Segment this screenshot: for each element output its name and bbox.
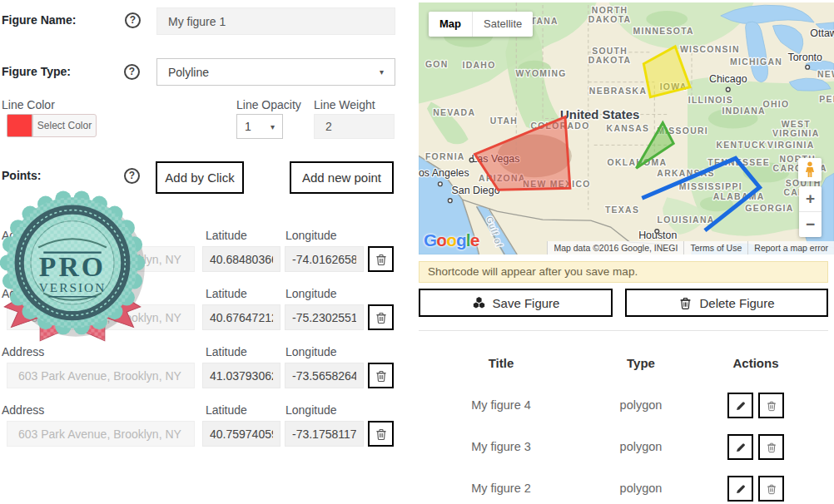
terms-of-use-link[interactable]: Terms of Use [683,241,747,254]
map-label: DAKOTA [588,56,632,65]
add-by-click-button[interactable]: Add by Click [156,161,244,194]
map-label: VIRGINIA [772,129,820,138]
delete-point-button[interactable] [368,304,394,330]
table-header-title: Title [443,356,559,370]
delete-figure-label: Delete Figure [699,296,774,310]
map-label: PEN [819,95,834,104]
line-weight-input[interactable] [314,114,395,139]
address-input[interactable] [7,304,195,330]
figure-title: My figure 2 [443,476,559,502]
line-color-swatch[interactable] [7,114,32,137]
map-label: OHIO [763,100,790,109]
line-opacity-label: Line Opacity [236,98,301,111]
map-label: SOUTH [592,47,628,56]
trash-icon [766,442,777,453]
figure-name-label: Figure Name: [2,13,76,27]
map-label: MINNESOTA [633,27,694,36]
map-type-satellite-button[interactable]: Satellite [472,12,533,37]
map-label: WEST [782,120,811,129]
trash-icon [375,427,388,441]
figure-actions [697,393,814,418]
map-label: WISCONSIN [680,45,740,54]
figure-type-help-icon[interactable]: ? [124,64,140,80]
add-new-point-button[interactable]: Add new point [290,161,394,194]
address-label: Address [2,403,44,417]
save-figure-button[interactable]: Save Figure [419,289,613,317]
google-logo-letter: G [424,230,436,250]
longitude-label: Longitude [285,403,337,417]
shortcode-notice: Shortcode will appear after you save map… [419,261,828,283]
figure-type-select[interactable]: Polyline ▾ [156,58,395,86]
trash-icon [375,253,388,266]
map-label: United States [560,107,639,121]
line-opacity-select[interactable]: 1 ▾ [236,114,283,139]
map-canvas: GONIDAHOMONTANANORTHDAKOTAMINNESOTAWISCO… [419,2,834,254]
trash-icon [766,400,777,412]
delete-figure-row-button[interactable] [758,393,784,418]
address-input[interactable] [7,421,195,447]
delete-figure-row-button[interactable] [758,476,784,502]
city-dot [448,199,452,203]
save-figure-label: Save Figure [493,296,560,310]
longitude-input[interactable] [285,304,364,330]
city-label: Los Angeles [419,167,469,179]
longitude-input[interactable] [285,246,364,272]
edit-figure-button[interactable] [727,434,753,460]
latitude-label: Latitude [206,403,247,417]
line-color-label: Line Color [2,98,55,111]
edit-figure-button[interactable] [727,393,753,418]
pegman-control[interactable] [798,158,822,181]
latitude-input[interactable] [202,363,280,388]
line-opacity-value: 1 [245,120,251,133]
city-dot [806,65,810,69]
pencil-icon [735,400,747,412]
delete-point-button[interactable] [368,246,394,272]
figure-title: My figure 3 [443,434,559,460]
delete-figure-row-button[interactable] [758,434,784,460]
latitude-input[interactable] [202,246,280,272]
select-color-button[interactable]: Select Color [32,114,97,137]
edit-figure-button[interactable] [727,476,753,502]
pegman-icon [803,161,817,178]
map-type-map-button[interactable]: Map [429,12,472,37]
zoom-in-button[interactable]: + [799,186,822,211]
google-logo-letter: o [436,230,446,250]
points-label: Points: [2,169,41,182]
city-label: Toronto [787,52,822,63]
delete-point-button[interactable] [368,363,394,388]
figure-name-help-icon[interactable]: ? [125,12,141,28]
latitude-input[interactable] [202,304,280,330]
delete-figure-button[interactable]: Delete Figure [625,289,828,317]
point-row: Address Latitude Longitude [0,287,400,342]
point-row: Address Latitude Longitude [0,229,400,284]
city-label: San Diego [452,185,500,196]
figure-actions [697,476,814,502]
map-label: MICHIGAN [730,57,782,67]
figure-type: polygon [583,476,699,502]
google-map[interactable]: GONIDAHOMONTANANORTHDAKOTAMINNESOTAWISCO… [419,2,834,254]
map-label: NEBRASKA [589,86,647,96]
map-attribution-bar: Map data ©2016 Google, INEGI Terms of Us… [547,241,834,254]
map-label: IDAHO [463,61,496,70]
latitude-label: Latitude [206,287,247,300]
latitude-input[interactable] [202,421,280,447]
map-label: TEXAS [605,205,639,215]
figure-editor-panel: Figure Name: ? Figure Type: ? Polyline ▾… [0,0,400,504]
city-dot [438,182,442,186]
chevron-down-icon: ▾ [271,122,275,131]
pencil-icon [735,442,747,453]
city-dot [655,230,659,234]
points-help-icon[interactable]: ? [124,168,140,184]
report-map-error-link[interactable]: Report a map error [747,241,834,254]
delete-point-button[interactable] [368,421,394,447]
address-input[interactable] [7,363,195,388]
address-input[interactable] [7,246,195,272]
map-label: MISSISSIPPI [679,182,742,191]
longitude-input[interactable] [285,421,364,447]
google-logo-letter: o [446,230,456,250]
map-label: NEVADA [433,108,475,117]
zoom-out-button[interactable]: − [799,212,822,237]
figure-name-input[interactable] [156,7,395,35]
longitude-input[interactable] [285,363,364,388]
map-label: VIRGINIA [767,141,815,150]
